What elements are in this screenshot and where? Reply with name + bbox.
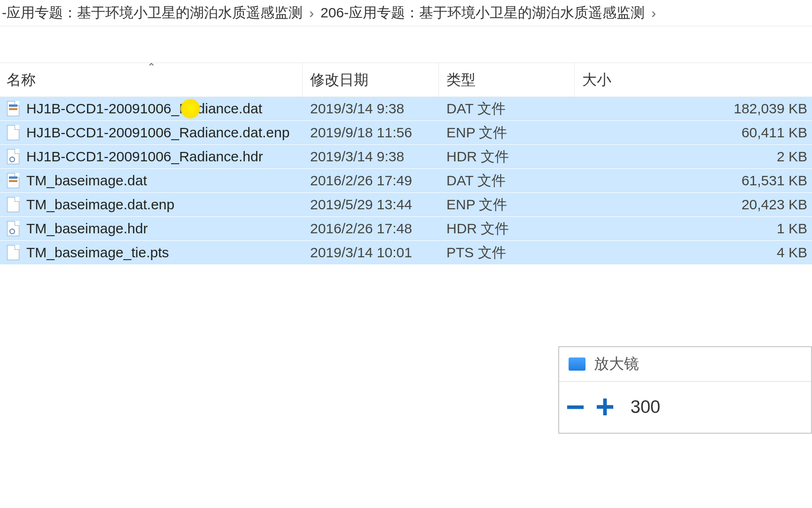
- table-row[interactable]: TM_baseimage_tie.pts2019/3/14 10:01PTS 文…: [0, 241, 812, 265]
- table-row[interactable]: TM_baseimage.dat2016/2/26 17:49DAT 文件61,…: [0, 169, 812, 193]
- file-name: TM_baseimage.hdr: [26, 221, 148, 237]
- file-name: TM_baseimage.dat: [26, 173, 147, 189]
- file-size: 20,423 KB: [575, 197, 812, 213]
- column-header-name[interactable]: ⌃ 名称: [0, 63, 303, 96]
- file-icon: [7, 101, 20, 117]
- file-list: HJ1B-CCD1-20091006_Radiance.dat2019/3/14…: [0, 97, 812, 265]
- file-name-cell: TM_baseimage.hdr: [0, 221, 303, 237]
- table-row[interactable]: TM_baseimage.dat.enp2019/5/29 13:44ENP 文…: [0, 193, 812, 217]
- magnifier-header: 放大镜: [559, 347, 811, 382]
- column-label: 修改日期: [310, 70, 368, 90]
- file-date: 2019/9/18 11:56: [303, 125, 439, 141]
- file-name: HJ1B-CCD1-20091006_Radiance.dat.enp: [26, 125, 289, 141]
- magnifier-panel[interactable]: 放大镜 − + 300: [558, 346, 812, 434]
- file-size: 61,531 KB: [575, 173, 812, 189]
- file-size: 2 KB: [575, 149, 812, 165]
- column-header-row: ⌃ 名称 修改日期 类型 大小: [0, 63, 812, 97]
- breadcrumb-item[interactable]: 206-应用专题：基于环境小卫星的湖泊水质遥感监测: [320, 3, 645, 23]
- file-type: DAT 文件: [439, 99, 575, 119]
- table-row[interactable]: HJ1B-CCD1-20091006_Radiance.dat2019/3/14…: [0, 97, 812, 121]
- breadcrumb-item[interactable]: -应用专题：基于环境小卫星的湖泊水质遥感监测: [2, 3, 303, 23]
- file-type: HDR 文件: [439, 219, 575, 238]
- file-date: 2019/5/29 13:44: [303, 197, 439, 213]
- magnifier-controls: − + 300: [559, 382, 811, 433]
- column-header-size[interactable]: 大小: [575, 63, 812, 96]
- file-size: 1 KB: [575, 221, 812, 237]
- file-date: 2019/3/14 9:38: [303, 101, 439, 117]
- file-size: 60,411 KB: [575, 125, 812, 141]
- file-size: 182,039 KB: [575, 101, 812, 117]
- file-name: HJ1B-CCD1-20091006_Radiance.dat: [26, 101, 262, 117]
- column-label: 名称: [7, 70, 36, 90]
- file-icon: [7, 149, 20, 165]
- file-type: HDR 文件: [439, 147, 575, 167]
- toolbar-area: [0, 26, 812, 63]
- table-row[interactable]: HJ1B-CCD1-20091006_Radiance.dat.enp2019/…: [0, 121, 812, 145]
- file-icon: [7, 125, 20, 141]
- sort-asc-icon: ⌃: [147, 61, 156, 73]
- file-date: 2016/2/26 17:49: [303, 173, 439, 189]
- chevron-right-icon: ›: [303, 5, 320, 21]
- zoom-in-button[interactable]: +: [595, 390, 615, 423]
- file-name-cell: TM_baseimage_tie.pts: [0, 245, 303, 261]
- file-date: 2019/3/14 10:01: [303, 245, 439, 261]
- column-label: 类型: [446, 70, 476, 90]
- file-name: HJ1B-CCD1-20091006_Radiance.hdr: [26, 149, 263, 165]
- file-type: ENP 文件: [439, 123, 575, 143]
- file-name-cell: HJ1B-CCD1-20091006_Radiance.dat.enp: [0, 125, 303, 141]
- file-date: 2016/2/26 17:48: [303, 221, 439, 237]
- file-name: TM_baseimage_tie.pts: [26, 245, 169, 261]
- chevron-right-icon: ›: [645, 5, 663, 21]
- zoom-value: 300: [631, 397, 660, 417]
- file-name-cell: TM_baseimage.dat: [0, 173, 303, 189]
- column-header-date[interactable]: 修改日期: [303, 63, 439, 96]
- magnifier-icon: [569, 357, 586, 371]
- file-type: ENP 文件: [439, 195, 575, 214]
- column-label: 大小: [582, 70, 611, 90]
- column-header-type[interactable]: 类型: [439, 63, 575, 96]
- table-row[interactable]: HJ1B-CCD1-20091006_Radiance.hdr2019/3/14…: [0, 145, 812, 169]
- magnifier-title: 放大镜: [594, 354, 639, 374]
- file-icon: [7, 245, 20, 261]
- file-type: PTS 文件: [439, 243, 575, 262]
- file-date: 2019/3/14 9:38: [303, 149, 439, 165]
- zoom-out-button[interactable]: −: [566, 390, 585, 423]
- table-row[interactable]: TM_baseimage.hdr2016/2/26 17:48HDR 文件1 K…: [0, 217, 812, 241]
- file-icon: [7, 173, 20, 189]
- file-name-cell: HJ1B-CCD1-20091006_Radiance.dat: [0, 101, 303, 117]
- file-type: DAT 文件: [439, 171, 575, 190]
- file-name: TM_baseimage.dat.enp: [26, 197, 174, 213]
- file-icon: [7, 197, 20, 213]
- breadcrumb[interactable]: -应用专题：基于环境小卫星的湖泊水质遥感监测 › 206-应用专题：基于环境小卫…: [0, 0, 812, 26]
- file-name-cell: TM_baseimage.dat.enp: [0, 197, 303, 213]
- file-name-cell: HJ1B-CCD1-20091006_Radiance.hdr: [0, 149, 303, 165]
- file-icon: [7, 221, 20, 237]
- file-size: 4 KB: [575, 245, 812, 261]
